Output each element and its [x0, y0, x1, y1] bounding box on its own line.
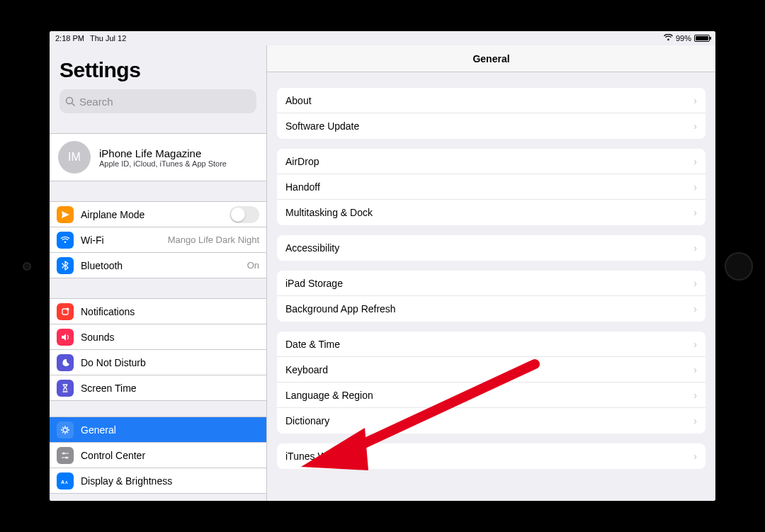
account-name: iPhone Life Magazine [99, 147, 227, 159]
wifi-icon [664, 34, 673, 43]
sidebar-item-sounds[interactable]: Sounds [50, 324, 266, 350]
page-title: Settings [60, 58, 256, 82]
chevron-right-icon: › [693, 120, 697, 132]
sidebar-item-label: Notifications [81, 306, 135, 317]
sidebar-item-label: General [81, 424, 116, 436]
status-date: Thu Jul 12 [90, 34, 126, 43]
detail-row-label: Handoff [285, 181, 320, 193]
detail-row-label: Keyboard [285, 364, 328, 375]
sidebar-item-screen-time[interactable]: Screen Time [50, 375, 266, 401]
detail-row-language-region[interactable]: Language & Region › [277, 383, 706, 408]
chevron-right-icon: › [693, 207, 697, 218]
settings-sidebar: Settings Search IM iPhone Life Magazine … [50, 45, 267, 501]
chevron-right-icon: › [693, 364, 697, 375]
sidebar-item-label: Sounds [81, 332, 114, 343]
sidebar-item-wifi[interactable]: Wi-Fi Mango Life Dark Night [50, 227, 266, 253]
status-bar: 2:18 PM Thu Jul 12 99% [50, 31, 715, 45]
detail-group: iPad Storage › Background App Refresh › [277, 271, 706, 322]
chevron-right-icon: › [693, 451, 697, 462]
detail-header: General [267, 45, 715, 72]
detail-group: iTunes Wi-Fi Sync › [277, 443, 706, 469]
svg-point-0 [67, 98, 73, 104]
detail-row-label: Accessibility [285, 242, 339, 254]
detail-row-label: Date & Time [285, 339, 340, 350]
sidebar-item-control-center[interactable]: Control Center [50, 443, 266, 468]
detail-row-itunes-sync[interactable]: iTunes Wi-Fi Sync › [277, 443, 706, 469]
wifi-value: Mango Life Dark Night [168, 234, 259, 245]
detail-row-label: iTunes Wi-Fi Sync [285, 451, 366, 462]
chevron-right-icon: › [693, 339, 697, 350]
detail-row-keyboard[interactable]: Keyboard › [277, 357, 706, 383]
svg-text:A: A [65, 480, 68, 484]
detail-row-ipad-storage[interactable]: iPad Storage › [277, 271, 706, 296]
account-subtitle: Apple ID, iCloud, iTunes & App Store [99, 159, 227, 168]
sidebar-item-label: Do Not Disturb [81, 357, 146, 368]
detail-title: General [472, 53, 509, 64]
gear-icon [57, 421, 74, 438]
search-placeholder: Search [79, 96, 113, 108]
apple-id-row[interactable]: IM iPhone Life Magazine Apple ID, iCloud… [50, 133, 266, 181]
airplane-icon [57, 206, 74, 223]
detail-row-dictionary[interactable]: Dictionary › [277, 408, 706, 434]
detail-row-about[interactable]: About › [277, 88, 706, 113]
svg-text:A: A [61, 479, 64, 484]
detail-pane: General About › Software Update › [267, 45, 715, 501]
sidebar-item-label: Airplane Mode [81, 209, 144, 220]
detail-row-background-refresh[interactable]: Background App Refresh › [277, 296, 706, 322]
chevron-right-icon: › [693, 278, 697, 289]
detail-row-date-time[interactable]: Date & Time › [277, 332, 706, 357]
detail-row-handoff[interactable]: Handoff › [277, 174, 706, 200]
hourglass-icon [57, 380, 74, 397]
sidebar-item-label: Bluetooth [81, 260, 123, 271]
search-icon [65, 96, 75, 106]
detail-row-multitasking[interactable]: Multitasking & Dock › [277, 200, 706, 225]
text-size-icon: AA [57, 472, 74, 489]
detail-row-airdrop[interactable]: AirDrop › [277, 149, 706, 174]
chevron-right-icon: › [693, 303, 697, 315]
sidebar-item-general[interactable]: General [50, 417, 266, 443]
detail-group: Date & Time › Keyboard › Language & Regi… [277, 332, 706, 434]
bluetooth-value: On [247, 260, 259, 271]
sidebar-item-notifications[interactable]: Notifications [50, 299, 266, 324]
detail-row-label: AirDrop [285, 156, 319, 167]
moon-icon [57, 354, 74, 371]
chevron-right-icon: › [693, 415, 697, 426]
detail-row-software-update[interactable]: Software Update › [277, 113, 706, 139]
sidebar-item-bluetooth[interactable]: Bluetooth On [50, 253, 266, 278]
detail-group: Accessibility › [277, 235, 706, 261]
sidebar-item-airplane[interactable]: Airplane Mode [50, 202, 266, 227]
sidebar-item-label: Screen Time [81, 383, 137, 394]
device-camera [24, 264, 30, 269]
battery-percent: 99% [676, 34, 691, 43]
svg-line-1 [72, 103, 74, 106]
detail-row-label: Multitasking & Dock [285, 207, 373, 218]
chevron-right-icon: › [693, 95, 697, 106]
sidebar-item-display[interactable]: AA Display & Brightness [50, 468, 266, 494]
bluetooth-icon [57, 257, 74, 274]
detail-row-label: Software Update [285, 120, 359, 132]
detail-row-label: Background App Refresh [285, 303, 396, 315]
search-input[interactable]: Search [60, 89, 256, 113]
svg-point-3 [67, 307, 69, 310]
chevron-right-icon: › [693, 242, 697, 254]
sliders-icon [57, 447, 74, 464]
detail-row-label: Dictionary [285, 415, 329, 426]
notifications-icon [57, 303, 74, 320]
sidebar-item-label: Wi-Fi [81, 234, 104, 246]
sidebar-item-dnd[interactable]: Do Not Disturb [50, 350, 266, 375]
airplane-toggle[interactable] [230, 206, 259, 223]
detail-scroll[interactable]: About › Software Update › AirDrop › [267, 72, 715, 501]
home-button[interactable] [725, 252, 753, 281]
avatar: IM [58, 141, 91, 174]
sidebar-item-label: Display & Brightness [81, 475, 172, 487]
detail-group: AirDrop › Handoff › Multitasking & Dock … [277, 149, 706, 225]
wifi-icon [57, 232, 74, 249]
battery-icon [694, 35, 710, 42]
svg-point-4 [63, 428, 67, 432]
detail-row-accessibility[interactable]: Accessibility › [277, 235, 706, 261]
sounds-icon [57, 329, 74, 346]
chevron-right-icon: › [693, 390, 697, 401]
sidebar-item-label: Control Center [81, 450, 145, 461]
detail-row-label: iPad Storage [285, 278, 343, 289]
detail-row-label: Language & Region [285, 390, 373, 401]
